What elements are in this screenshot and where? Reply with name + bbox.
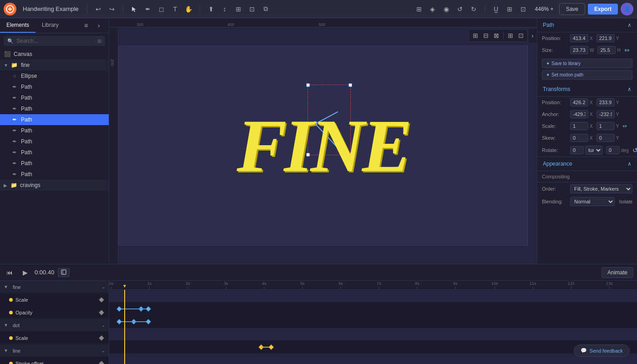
timeline-tracks[interactable]: 0s 1s 2s 3s 4s 5s 6s 7s 8s 9s 10s 11s 12… [109,281,637,364]
send-feedback-btn[interactable]: 💬 Send feedback [574,344,630,357]
dot-scale-kf2[interactable] [268,344,273,349]
rp-transforms-header[interactable]: Transforms ∧ [537,82,637,96]
canvas-area[interactable]: 300 400 500 200 FINE [109,18,537,264]
animate-button[interactable]: Animate [602,267,633,278]
set-motion-path-btn[interactable]: ✦ Set motion path [542,70,632,80]
layer-path-7[interactable]: ✒ Path [0,147,109,158]
line-stroke-diamond-btn[interactable] [98,360,105,364]
fine-scale-kf3[interactable] [146,306,151,311]
view-btn1[interactable]: ⊞ [413,3,425,15]
rp-t-pos-y-input[interactable]: 233.97 [597,98,615,106]
tl-dot-scale[interactable]: Scale [0,332,109,344]
rp-anchor-x-input[interactable]: -429.36 [570,110,588,118]
rp-rotate-unit-select[interactable]: turndegrad [585,146,602,155]
layer-canvas[interactable]: ⬛ Canvas [0,49,109,60]
layer-path-2[interactable]: ✒ Path [0,92,109,103]
align-ctrl-5[interactable]: ⊡ [516,31,526,40]
save-to-library-btn[interactable]: ✦ Save to library [542,59,632,68]
grid-btn[interactable]: ⊞ [503,3,516,15]
rp-anchor-y-input[interactable]: -232.97 [597,110,615,118]
rp-skew-y-input[interactable]: 0 [597,134,615,142]
layer-path-8[interactable]: ✒ Path [0,158,109,169]
fine-scale-diamond-btn[interactable] [98,296,105,303]
panel-expand-right[interactable]: › [528,29,537,43]
align-ctrl-1[interactable]: ⊞ [471,31,480,40]
redo-button[interactable]: ↪ [106,3,118,15]
handle-tl[interactable] [306,83,310,87]
handle-tr[interactable] [349,83,352,87]
panel-hide-btn[interactable]: › [92,19,105,32]
dot-scale-diamond-btn[interactable] [98,334,105,342]
align-v-center[interactable]: ↕ [218,3,231,15]
layer-group-cravings[interactable]: ▶ 📁 cravings [0,180,109,191]
filter-icon[interactable]: ⊞ [97,38,101,44]
layer-path-5[interactable]: ✒ Path [0,125,109,136]
layer-path-1[interactable]: ✒ Path [0,81,109,92]
tl-fine-scale[interactable]: Scale [0,293,109,306]
layer-group-fine[interactable]: ▼ 📁 fine [0,60,109,71]
rp-blending-select[interactable]: Normal Multiply Screen [570,197,615,206]
rp-link-ratio-icon[interactable]: ⇔ [624,46,630,54]
rp-scale-x-input[interactable]: 1 [570,122,588,130]
rp-appearance-header[interactable]: Appearance ∧ [537,157,637,171]
rp-size-w-input[interactable]: 23.73 [570,46,588,54]
save-button[interactable]: Save [559,3,585,15]
user-avatar[interactable]: 👤 [621,3,633,15]
fine-tl-collapse[interactable]: ▼ [4,284,8,289]
canvas-background[interactable]: FINE [118,46,528,246]
line-tl-collapse[interactable]: ▼ [4,348,8,353]
panel-collapse-btn[interactable]: ≡ [80,19,92,32]
dot-tl-chevron[interactable]: ⌄ [101,323,105,328]
tab-library[interactable]: Library [35,18,65,33]
view-btn5[interactable]: ↻ [467,3,480,15]
rp-rotate-val-input[interactable]: 0 [570,146,584,154]
rp-scale-link-icon[interactable]: ⇔ [622,123,627,129]
rp-scale-y-input[interactable]: 1 [597,122,615,130]
align-group2[interactable]: ⧉ [259,3,272,15]
view-btn2[interactable]: ◈ [426,3,439,15]
align-top[interactable]: ⬆ [205,3,217,15]
tl-rewind-btn[interactable]: ⏮ [4,267,15,278]
rp-size-h-input[interactable]: 25.5 [597,46,616,54]
cravings-collapse[interactable]: ▶ [4,183,7,188]
rp-order-select[interactable]: Fill, Stroke, Markers Stroke, Fill, Mark… [570,184,632,193]
rp-t-pos-x-input[interactable]: 426.23 [570,98,588,106]
align-ctrl-4[interactable]: ⊞ [506,31,515,40]
pen-tool[interactable]: ✒ [142,3,154,15]
shape-tool[interactable]: ◻ [155,3,168,15]
align-ctrl-3[interactable]: ⊠ [492,31,501,40]
rp-pos-x-input[interactable]: 413.44 [570,34,588,42]
align-ctrl-2[interactable]: ⊟ [481,31,490,40]
tl-play-btn[interactable]: ▶ [19,267,31,278]
tl-group-fine[interactable]: ▼ fine ⌄ [0,281,109,293]
tl-line-stroke[interactable]: Stroke offset [0,357,109,364]
align-image[interactable]: ⊞ [232,3,245,15]
view-btn3[interactable]: ◉ [440,3,453,15]
rp-rotate-deg-input[interactable]: 0 [606,146,620,154]
rp-pos-y-input[interactable]: 221.91 [597,34,615,42]
hand-tool[interactable]: ✋ [182,3,195,15]
tl-group-line[interactable]: ▼ line ⌄ [0,344,109,357]
fine-opacity-kf3[interactable] [146,319,151,324]
layer-ellipse[interactable]: ○ Ellipse [0,71,109,81]
export-button[interactable]: Export [588,4,618,15]
search-input[interactable] [16,38,95,44]
dot-tl-collapse[interactable]: ▼ [4,323,8,328]
crop-btn[interactable]: ⊡ [517,3,530,15]
fine-scale-kf1[interactable] [116,306,121,311]
view-btn4[interactable]: ↺ [454,3,466,15]
tl-group-dot[interactable]: ▼ dot ⌄ [0,319,109,332]
layer-path-9[interactable]: ✒ Path [0,169,109,180]
fine-opacity-diamond-btn[interactable] [98,309,105,316]
tl-fine-opacity[interactable]: Opacity [0,306,109,319]
tl-playhead[interactable] [124,290,125,364]
rp-path-header[interactable]: Path ∧ [537,18,637,32]
rp-skew-x-input[interactable]: 0 [570,134,588,142]
layer-path-4-selected[interactable]: ✒ Path [0,114,109,125]
undo-button[interactable]: ↩ [92,3,105,15]
text-tool[interactable]: T [169,3,182,15]
select-tool[interactable] [128,3,141,15]
layer-path-3[interactable]: ✒ Path [0,103,109,114]
app-logo[interactable] [4,3,16,15]
layer-path-6[interactable]: ✒ Path [0,136,109,147]
